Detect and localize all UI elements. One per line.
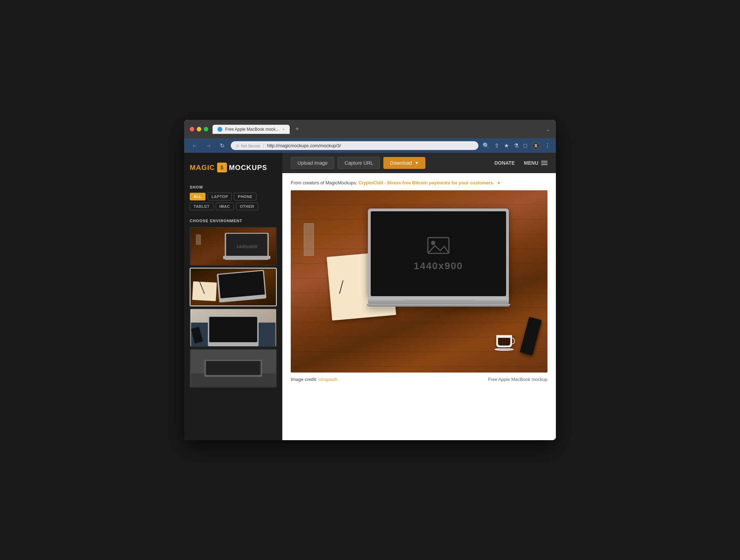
extensions-icon[interactable]: ⚗ <box>514 142 519 149</box>
env-thumb-2[interactable] <box>190 268 277 306</box>
upload-image-button[interactable]: Upload image <box>291 157 334 169</box>
scene-glass <box>304 223 314 256</box>
share-icon[interactable]: ⇧ <box>495 142 499 149</box>
search-icon[interactable]: 🔍 <box>483 142 490 149</box>
title-bar: 🌐 Free Apple MacBook mockup – × + ⌄ <box>184 120 556 138</box>
not-secure-indicator: ⚠ Not Secure <box>236 143 260 148</box>
logo: MAGIC $ MOCKUPS <box>190 160 277 175</box>
mockup-image-wrap: 1440x900 <box>291 190 547 373</box>
filter-tags: ALL LAPTOP PHONE TABLET IMAC OTHER <box>190 193 277 210</box>
menu-label: MENU <box>524 160 538 166</box>
browser-icons: 🔍 ⇧ ★ ⚗ □ X ⋮ <box>483 142 550 150</box>
download-arrow-icon: ▼ <box>415 161 419 165</box>
app-content: MAGIC $ MOCKUPS SHOW ALL LAPTOP PHONE TA… <box>184 153 556 440</box>
show-label: SHOW <box>190 185 277 189</box>
image-title: Free Apple MacBook mockup <box>488 377 547 382</box>
filter-other[interactable]: OTHER <box>236 203 258 210</box>
image-credit-link[interactable]: Unsplash <box>318 377 337 382</box>
maximize-button[interactable] <box>204 127 208 131</box>
promo-text: From creators of MagicMockups: <box>291 180 357 185</box>
browser-tab[interactable]: 🌐 Free Apple MacBook mockup – × <box>213 125 290 134</box>
laptop-bottom <box>366 304 511 307</box>
svg-rect-9 <box>218 271 265 298</box>
image-credit: Image credit: Unsplash <box>291 377 337 382</box>
env-thumbnails: 1440x900 <box>190 227 277 388</box>
env-thumb-4[interactable] <box>190 349 277 388</box>
sidebar: MAGIC $ MOCKUPS SHOW ALL LAPTOP PHONE TA… <box>184 153 282 440</box>
image-credit-prefix: Image credit: <box>291 377 317 382</box>
tab-dropdown-icon[interactable]: ⌄ <box>546 127 550 132</box>
laptop-screen-inner: 1440x900 <box>371 211 506 296</box>
laptop-trackpad <box>403 300 473 303</box>
profile-icon[interactable]: X <box>532 142 540 150</box>
svg-rect-21 <box>428 238 449 253</box>
splitscreen-icon[interactable]: □ <box>524 143 527 149</box>
close-button[interactable] <box>190 127 194 131</box>
svg-rect-5 <box>223 256 270 259</box>
logo-icon: $ <box>217 163 227 172</box>
warning-icon: ⚠ <box>236 143 240 148</box>
hamburger-icon <box>541 161 547 165</box>
image-footer: Image credit: Unsplash Free Apple MacBoo… <box>291 377 547 382</box>
tab-title: Free Apple MacBook mockup – <box>225 127 280 132</box>
image-placeholder-icon <box>426 236 451 257</box>
reload-button[interactable]: ↻ <box>218 142 227 150</box>
url-text: http://magicmockups.com/mockup/3/ <box>267 143 473 148</box>
download-label: Download <box>390 160 412 166</box>
svg-rect-10 <box>192 281 217 301</box>
laptop-base <box>368 298 509 304</box>
filter-phone[interactable]: PHONE <box>234 193 256 200</box>
svg-point-22 <box>431 241 435 245</box>
filter-all[interactable]: ALL <box>190 193 206 200</box>
logo-magic-text: MAGIC <box>190 164 215 172</box>
env-thumb-3[interactable] <box>190 308 277 347</box>
forward-button[interactable]: → <box>204 142 214 150</box>
page-content: From creators of MagicMockups: CryptoChi… <box>282 173 556 440</box>
svg-rect-6 <box>196 234 201 245</box>
tab-favicon-icon: 🌐 <box>217 127 222 132</box>
mockup-scene: 1440x900 <box>291 190 547 373</box>
svg-rect-15 <box>209 317 257 342</box>
filter-tablet[interactable]: TABLET <box>190 203 214 210</box>
menu-button[interactable]: MENU <box>524 160 547 166</box>
screen-placeholder: 1440x900 <box>414 236 463 272</box>
coffee-liquid <box>498 338 510 346</box>
address-bar: ← → ↻ ⚠ Not Secure | http://magicmockups… <box>184 138 556 153</box>
promo-link[interactable]: CryptoChill - Stress-free Bitcoin paymen… <box>358 180 494 185</box>
bookmark-icon[interactable]: ★ <box>504 142 509 149</box>
donate-link[interactable]: DONATE <box>495 160 515 166</box>
env-thumb-1[interactable]: 1440x900 <box>190 227 277 266</box>
download-button[interactable]: Download ▼ <box>383 157 425 169</box>
laptop-screen-outer: 1440x900 <box>368 209 509 298</box>
scene-coffee <box>496 335 517 351</box>
toolbar: Upload image Capture URL Download ▼ DONA… <box>282 153 556 173</box>
scene-pen <box>339 280 343 294</box>
laptop-mockup: 1440x900 <box>368 209 509 307</box>
choose-env-label: CHOOSE ENVIRONMENT <box>190 219 277 223</box>
browser-window: 🌐 Free Apple MacBook mockup – × + ⌄ ← → … <box>184 120 556 440</box>
screen-dimensions: 1440x900 <box>414 260 463 272</box>
filter-imac[interactable]: IMAC <box>216 203 234 210</box>
svg-text:1440x900: 1440x900 <box>236 244 257 249</box>
logo-mockups-text: MOCKUPS <box>229 164 267 172</box>
promo-arrow-icon: ➤ <box>497 180 501 185</box>
minimize-button[interactable] <box>197 127 201 131</box>
new-tab-button[interactable]: + <box>292 124 302 134</box>
traffic-lights <box>190 127 208 131</box>
address-bar-input[interactable]: ⚠ Not Secure | http://magicmockups.com/m… <box>231 141 478 150</box>
coffee-saucer <box>495 348 514 351</box>
tab-bar: 🌐 Free Apple MacBook mockup – × + ⌄ <box>213 124 550 134</box>
promo-banner: From creators of MagicMockups: CryptoChi… <box>291 180 547 185</box>
main-content: Upload image Capture URL Download ▼ DONA… <box>282 153 556 440</box>
url-divider: | <box>263 143 264 148</box>
back-button[interactable]: ← <box>190 142 200 150</box>
menu-icon[interactable]: ⋮ <box>545 142 550 149</box>
coffee-cup <box>496 335 512 347</box>
tab-close-icon[interactable]: × <box>283 127 285 131</box>
filter-laptop[interactable]: LAPTOP <box>208 193 232 200</box>
capture-url-button[interactable]: Capture URL <box>338 157 380 169</box>
svg-rect-20 <box>206 361 261 375</box>
